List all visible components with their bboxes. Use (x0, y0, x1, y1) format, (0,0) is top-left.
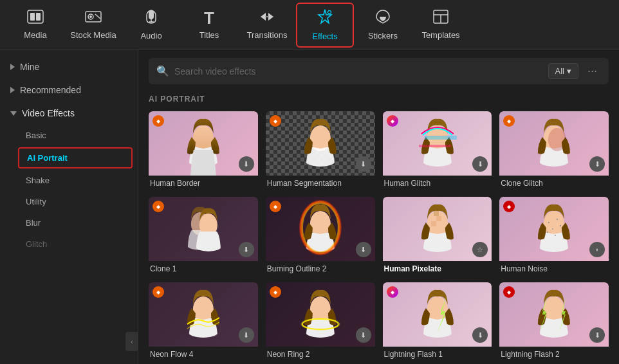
effect-name-neon-ring-2: Neon Ring 2 (266, 347, 375, 360)
svg-rect-1 (30, 13, 35, 21)
sidebar-item-blur[interactable]: Blur (0, 212, 138, 233)
nav-templates-label: Templates (421, 30, 459, 40)
sidebar-collapse-button[interactable]: ‹ (125, 332, 138, 351)
search-input[interactable] (174, 66, 543, 77)
download-human-border[interactable]: ⬇ (239, 156, 254, 172)
badge-lightning-flash-1: ◆ (387, 286, 398, 298)
glitch-label: Glitch (26, 239, 47, 249)
stock-media-icon (85, 10, 102, 26)
blur-label: Blur (26, 218, 41, 228)
shake-label: Shake (26, 176, 50, 185)
effect-card-burning-outline[interactable]: ◆ ⬇ Burning Outline 2 (266, 197, 375, 275)
sidebar-section-mine[interactable]: Mine (0, 55, 138, 78)
sidebar-recommended-label: Recommended (20, 85, 81, 95)
search-bar: 🔍 All ▾ ··· (149, 58, 609, 84)
sidebar-mine-label: Mine (20, 62, 39, 72)
badge-neon-ring-2: ◆ (270, 286, 281, 298)
thumbnail-human-segmentation: ◆ ⬇ (266, 111, 375, 176)
svg-point-39 (555, 235, 556, 236)
video-effects-collapse-icon (10, 111, 17, 116)
download-human-segmentation[interactable]: ⬇ (356, 156, 371, 172)
search-icon: 🔍 (156, 65, 169, 77)
filter-dropdown[interactable]: All ▾ (548, 63, 578, 79)
nav-templates[interactable]: Templates (412, 3, 470, 48)
svg-point-38 (547, 232, 548, 233)
effect-card-human-border[interactable]: ◆ ⬇ Human Border (149, 111, 258, 189)
download-neon-ring-2[interactable]: ⬇ (356, 327, 371, 343)
effect-name-human-pixelate: Human Pixelate (383, 261, 492, 275)
effect-card-lightning-flash-2[interactable]: ◆ ⬇ Lightning Flash 2 (499, 282, 609, 360)
thumbnail-neon-ring-2: ◆ ⬇ (266, 282, 375, 347)
svg-rect-2 (36, 13, 41, 21)
stickers-icon (375, 9, 391, 27)
download-clone-1[interactable]: ⬇ (239, 242, 254, 257)
effect-card-human-pixelate[interactable]: ☆ Human Pixelate (383, 197, 492, 275)
thumbnail-human-border: ◆ ⬇ (149, 111, 258, 176)
effects-grid: ◆ ⬇ Human Border ◆ ⬇ (149, 111, 609, 360)
sidebar-section-recommended[interactable]: Recommended (0, 78, 138, 102)
sidebar-item-shake[interactable]: Shake (0, 170, 138, 191)
svg-point-35 (557, 219, 558, 220)
badge-human-border: ◆ (152, 115, 164, 127)
svg-rect-17 (424, 136, 456, 140)
section-label: AI PORTRAIT (149, 95, 609, 104)
svg-point-37 (560, 225, 561, 226)
effect-card-human-segmentation[interactable]: ◆ ⬇ Human Segmentation (266, 111, 375, 189)
sidebar-item-basic[interactable]: Basic (0, 125, 138, 146)
utility-label: Utility (26, 197, 46, 206)
sidebar-item-utility[interactable]: Utility (0, 191, 138, 212)
nav-transitions[interactable]: Transitions (238, 3, 296, 48)
mine-expand-icon (10, 64, 15, 70)
effect-name-human-noise: Human Noise (499, 261, 609, 275)
thumbnail-clone-glitch: ◆ ⬇ (499, 111, 609, 176)
effect-card-neon-ring-2[interactable]: ◆ ⬇ Neon Ring 2 (266, 282, 375, 360)
top-nav: Media Stock Media Audio T Titles (0, 0, 619, 50)
badge-human-glitch: ◆ (387, 115, 398, 127)
thumbnail-human-glitch: ◆ ⬇ (383, 111, 492, 176)
sidebar-section-video-effects[interactable]: Video Effects (0, 102, 138, 125)
thumbnail-neon-flow-4: ◆ ⬇ (149, 282, 258, 347)
more-human-noise[interactable]: ··· (589, 242, 605, 257)
sidebar-item-glitch[interactable]: Glitch (0, 233, 138, 255)
svg-rect-29 (436, 216, 441, 221)
thumbnail-human-pixelate: ☆ (383, 197, 492, 261)
effect-card-lightning-flash-1[interactable]: ◆ ⬇ Lightning Flash 1 (383, 282, 492, 360)
download-burning-outline[interactable]: ⬇ (356, 242, 371, 257)
sidebar-item-ai-portrait[interactable]: AI Portrait (18, 147, 133, 168)
nav-stickers[interactable]: Stickers (354, 3, 412, 48)
nav-audio[interactable]: Audio (122, 3, 180, 48)
svg-point-5 (89, 15, 92, 18)
effect-card-clone-glitch[interactable]: ◆ ⬇ Clone Glitch (499, 111, 609, 189)
download-lightning-flash-2[interactable]: ⬇ (589, 327, 605, 343)
svg-rect-31 (436, 221, 441, 226)
more-options-button[interactable]: ··· (584, 63, 601, 79)
thumbnail-lightning-flash-2: ◆ ⬇ (499, 282, 609, 347)
thumbnail-clone-1: ◆ ⬇ (149, 197, 258, 261)
svg-point-34 (548, 222, 550, 223)
effect-card-human-glitch[interactable]: ◆ ⬇ Human Glitch (383, 111, 492, 189)
badge-clone-1: ◆ (152, 201, 164, 212)
svg-rect-30 (430, 221, 436, 226)
templates-icon (433, 10, 448, 26)
filter-label: All (555, 66, 564, 76)
download-neon-flow-4[interactable]: ⬇ (239, 327, 254, 343)
basic-label: Basic (26, 131, 46, 140)
svg-rect-18 (418, 145, 450, 147)
sidebar: Mine Recommended Video Effects Basic AI … (0, 50, 138, 364)
nav-stickers-label: Stickers (368, 31, 398, 41)
nav-transitions-label: Transitions (246, 30, 287, 40)
nav-stock-media[interactable]: Stock Media (64, 3, 122, 48)
collapse-icon: ‹ (131, 338, 133, 345)
nav-titles[interactable]: T Titles (180, 3, 238, 48)
effect-card-neon-flow-4[interactable]: ◆ ⬇ Neon Flow 4 (149, 282, 258, 360)
nav-audio-label: Audio (140, 31, 162, 41)
effect-card-clone-1[interactable]: ◆ ⬇ Clone 1 (149, 197, 258, 275)
download-clone-glitch[interactable]: ⬇ (589, 156, 605, 172)
effect-name-lightning-flash-1: Lightning Flash 1 (383, 347, 492, 360)
effect-name-human-border: Human Border (149, 176, 258, 189)
sidebar-video-effects-label: Video Effects (22, 108, 75, 118)
nav-effects[interactable]: Effects (296, 3, 354, 48)
effect-card-human-noise[interactable]: ◆ ··· Human Noise (499, 197, 609, 275)
nav-media[interactable]: Media (6, 3, 64, 48)
thumbnail-human-noise: ◆ ··· (499, 197, 609, 261)
